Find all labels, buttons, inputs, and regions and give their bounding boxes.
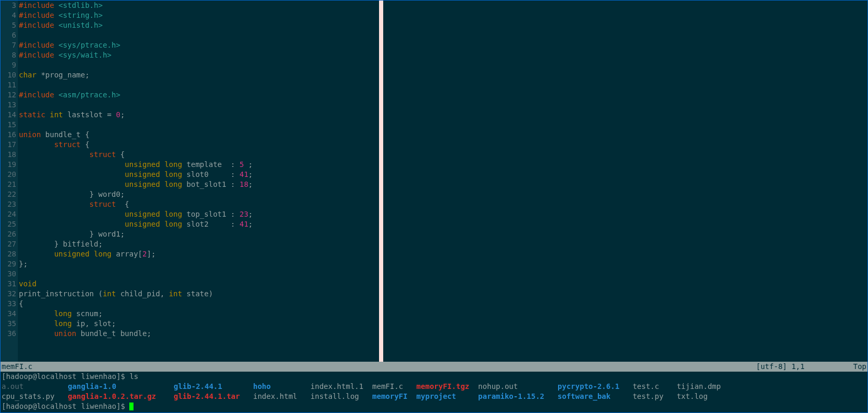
code-line[interactable]: #include <unistd.h> xyxy=(19,20,867,30)
line-number: 11 xyxy=(1,80,16,90)
code-line[interactable] xyxy=(19,269,867,279)
line-number: 13 xyxy=(1,100,16,110)
line-number: 31 xyxy=(1,279,16,289)
line-number: 21 xyxy=(1,180,16,189)
code-line[interactable]: long scnum; xyxy=(19,309,867,319)
shell-prompt: [hadoop@localhost liwenhao]$ xyxy=(2,372,129,381)
line-number: 14 xyxy=(1,110,16,120)
line-number: 15 xyxy=(1,120,16,130)
ls-entry: test.py xyxy=(632,392,676,400)
line-number: 3 xyxy=(1,1,16,10)
terminal-line: [hadoop@localhost liwenhao]$ ls xyxy=(2,372,866,382)
line-number: 34 xyxy=(1,309,16,319)
line-number: 26 xyxy=(1,229,16,239)
ls-entry: cpu_stats.py xyxy=(2,392,68,400)
code-line[interactable]: unsigned long top_slot1 : 23; xyxy=(19,209,867,219)
line-number: 6 xyxy=(1,30,16,40)
line-number: 10 xyxy=(1,70,16,80)
ls-entry: pycrypto-2.6.1 xyxy=(558,382,632,390)
line-number: 12 xyxy=(1,90,16,100)
ls-entry: install.log xyxy=(310,392,372,400)
ls-entry: memoryFI.tgz xyxy=(416,382,478,390)
code-line[interactable]: } word1; xyxy=(19,229,867,239)
code-line[interactable] xyxy=(19,120,867,130)
ls-entry: test.c xyxy=(632,382,676,390)
ls-entry: memoryFI xyxy=(372,392,416,400)
shell-command: ls xyxy=(129,372,138,381)
ls-entry: index.html.1 xyxy=(310,382,372,390)
line-number: 5 xyxy=(1,20,16,30)
ls-entry: glib-2.44.1 xyxy=(174,382,253,390)
ls-entry: a.out xyxy=(2,382,68,390)
ls-entry: glib-2.44.1.tar xyxy=(174,392,253,400)
line-number: 8 xyxy=(1,50,16,60)
line-number: 32 xyxy=(1,289,16,299)
editor-pane[interactable]: 3456789101112131415161718192021222324252… xyxy=(1,1,867,362)
ls-entry: ganglia-1.0.2.tar.gz xyxy=(68,392,173,400)
code-line[interactable]: #include <sys/ptrace.h> xyxy=(19,40,867,50)
ls-entry: software_bak xyxy=(558,392,632,400)
line-number: 30 xyxy=(1,269,16,279)
line-number: 25 xyxy=(1,219,16,229)
color-column xyxy=(379,1,383,362)
code-line[interactable]: } bitfield; xyxy=(19,239,867,249)
code-line[interactable]: struct { xyxy=(19,140,867,150)
vim-status-bar: memFI.c [utf-8] 1,1 Top xyxy=(1,362,867,372)
code-line[interactable]: struct { xyxy=(19,199,867,209)
code-line[interactable]: char *prog_name; xyxy=(19,70,867,80)
code-line[interactable]: union bundle_t { xyxy=(19,130,867,140)
code-line[interactable]: }; xyxy=(19,259,867,269)
code-line[interactable] xyxy=(19,60,867,70)
code-line[interactable]: unsigned long slot2 : 41; xyxy=(19,219,867,229)
code-line[interactable]: long ip, slot; xyxy=(19,319,867,329)
status-filename: memFI.c xyxy=(2,362,756,372)
code-line[interactable]: } word0; xyxy=(19,189,867,199)
line-number: 33 xyxy=(1,299,16,309)
code-line[interactable]: void xyxy=(19,279,867,289)
code-line[interactable]: #include <asm/ptrace.h> xyxy=(19,90,867,100)
ls-entry: nohup.out xyxy=(478,382,558,390)
line-number: 23 xyxy=(1,199,16,209)
ls-entry: txt.log xyxy=(677,392,708,400)
line-number: 4 xyxy=(1,10,16,20)
ls-entry: tijian.dmp xyxy=(677,382,721,390)
code-line[interactable]: #include <stdlib.h> xyxy=(19,1,867,10)
code-line[interactable]: #include <string.h> xyxy=(19,10,867,20)
line-number: 20 xyxy=(1,170,16,180)
code-area[interactable]: #include <stdlib.h>#include <string.h>#i… xyxy=(18,1,867,362)
ls-entry: ganglia-1.0 xyxy=(68,382,173,390)
status-right: [utf-8] 1,1 Top xyxy=(756,362,866,372)
ls-entry: memFI.c xyxy=(372,382,416,390)
code-line[interactable]: union bundle_t bundle; xyxy=(19,329,867,339)
line-number: 7 xyxy=(1,40,16,50)
line-number-gutter: 3456789101112131415161718192021222324252… xyxy=(1,1,18,362)
line-number: 36 xyxy=(1,329,16,339)
line-number: 22 xyxy=(1,189,16,199)
code-line[interactable] xyxy=(19,30,867,40)
code-line[interactable]: { xyxy=(19,299,867,309)
line-number: 17 xyxy=(1,140,16,150)
code-line[interactable]: unsigned long template : 5 ; xyxy=(19,160,867,170)
ls-entry: paramiko-1.15.2 xyxy=(478,392,558,400)
code-line[interactable]: static int lastslot = 0; xyxy=(19,110,867,120)
code-line[interactable]: unsigned long array[2]; xyxy=(19,249,867,259)
code-line[interactable]: print_instruction (int child_pid, int st… xyxy=(19,289,867,299)
vim-window: 3456789101112131415161718192021222324252… xyxy=(0,0,868,413)
code-line[interactable] xyxy=(19,80,867,90)
shell-prompt: [hadoop@localhost liwenhao]$ xyxy=(2,402,129,410)
code-line[interactable]: unsigned long slot0 : 41; xyxy=(19,170,867,180)
line-number: 16 xyxy=(1,130,16,140)
line-number: 24 xyxy=(1,209,16,219)
code-line[interactable]: unsigned long bot_slot1 : 18; xyxy=(19,180,867,189)
code-line[interactable]: #include <sys/wait.h> xyxy=(19,50,867,60)
terminal-output[interactable]: [hadoop@localhost liwenhao]$ ls a.out ga… xyxy=(1,372,867,412)
ls-output-row: cpu_stats.py ganglia-1.0.2.tar.gz glib-2… xyxy=(2,392,866,401)
line-number: 35 xyxy=(1,319,16,329)
line-number: 27 xyxy=(1,239,16,249)
ls-entry: myproject xyxy=(416,392,478,400)
code-line[interactable] xyxy=(19,100,867,110)
line-number: 18 xyxy=(1,150,16,160)
code-line[interactable]: struct { xyxy=(19,150,867,160)
line-number: 19 xyxy=(1,160,16,170)
terminal-cursor xyxy=(129,403,133,410)
